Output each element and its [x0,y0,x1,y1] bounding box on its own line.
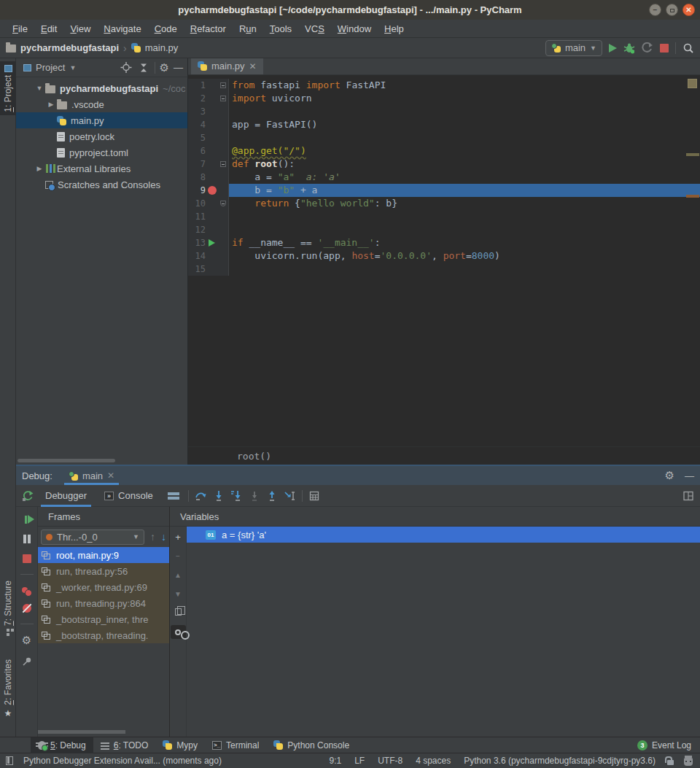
view-breakpoints-button[interactable] [22,587,28,593]
editor-gutter[interactable]: 7 [188,158,229,171]
menu-item-vcs[interactable]: VCS [298,20,331,38]
fold-marker[interactable] [219,158,228,171]
fold-marker[interactable] [219,197,228,210]
editor-gutter[interactable]: 15 [188,263,229,276]
editor-gutter[interactable]: 1 [188,79,229,92]
menu-item-tools[interactable]: Tools [263,20,298,38]
status-item-1[interactable]: LF [354,756,365,766]
breakpoint-icon[interactable] [206,184,219,197]
inspection-indicator[interactable] [688,79,697,88]
step-over-icon[interactable] [195,490,207,502]
debug-settings-icon[interactable]: ⚙ [22,635,31,645]
tool-stripe-project[interactable]: 1: Project [0,61,16,115]
menu-item-edit[interactable]: Edit [34,20,63,38]
event-log-button[interactable]: 3Event Log [637,740,691,750]
menu-item-refactor[interactable]: Refactor [184,20,233,38]
tree-item--vscode[interactable]: ▶.vscode [16,96,187,112]
breadcrumb-file[interactable]: main.py [145,42,179,53]
tool-stripe-favorites[interactable]: 2: Favorites ★ [0,656,16,721]
step-out-icon[interactable] [266,490,278,502]
add-watch-button[interactable]: + [175,532,181,542]
menu-item-code[interactable]: Code [148,20,184,38]
remove-watch-button[interactable]: − [176,551,180,561]
horizontal-scrollbar[interactable] [18,459,115,462]
close-icon[interactable]: ✕ [249,61,257,71]
editor-gutter[interactable]: 11 [188,210,229,223]
hector-inspector-icon[interactable] [684,758,693,766]
tree-item-external-libraries[interactable]: ▶External Libraries [16,160,187,177]
code-line[interactable]: 13if __name__ == '__main__': [188,236,700,249]
gear-icon[interactable]: ⚙ [665,470,674,481]
code-area[interactable]: 1from fastapi import FastAPI2import uvic… [188,75,700,446]
move-up-button[interactable]: ▲ [174,570,182,580]
next-frame-button[interactable]: ↓ [161,531,166,543]
editor-gutter[interactable]: 9 [188,184,229,197]
run-gutter-icon[interactable] [206,236,219,249]
editor-gutter[interactable]: 4 [188,118,229,131]
tree-item-scratches-and-consoles[interactable]: Scratches and Consoles [16,177,187,193]
layout-options-icon[interactable] [168,492,179,495]
show-watches-toggle[interactable] [171,625,186,639]
maximize-button[interactable] [666,4,678,16]
fold-marker[interactable] [219,79,228,92]
editor-gutter[interactable]: 13 [188,236,229,249]
stop-button[interactable] [23,554,31,563]
editor-gutter[interactable]: 8 [188,171,229,184]
editor-gutter[interactable]: 6 [188,144,229,158]
frame-row[interactable]: _worker, thread.py:69 [38,579,169,595]
status-item-3[interactable]: 4 spaces [416,756,451,766]
menu-item-run[interactable]: Run [233,20,263,38]
menu-item-help[interactable]: Help [378,20,411,38]
evaluate-expression-icon[interactable] [308,490,320,502]
mute-breakpoints-button[interactable] [23,604,31,613]
frame-row[interactable]: run, threading.py:864 [38,595,169,611]
lock-icon[interactable] [667,760,674,765]
code-line[interactable]: 6@app.get("/") [188,144,700,158]
toolwindow-switcher-icon[interactable] [6,756,13,765]
frame-row[interactable]: _bootstrap, threading. [38,627,169,643]
code-line[interactable]: 1from fastapi import FastAPI [188,79,700,92]
frame-row[interactable]: run, thread.py:56 [38,563,169,579]
breadcrumb-project[interactable]: pycharmdebugfastapi [20,42,119,53]
close-button[interactable]: ✕ [682,4,695,16]
code-line[interactable]: 7def root(): [188,158,700,171]
code-line[interactable]: 15 [188,263,700,276]
variable-row[interactable]: 01a = {str} 'a' [187,527,700,543]
tool-stripe-structure[interactable]: 7: Structure [0,578,16,635]
rerun-icon[interactable] [22,490,34,502]
debug-session-tab[interactable]: main ✕ [64,466,119,485]
tree-item-poetry-lock[interactable]: poetry.lock [16,128,187,144]
code-line[interactable]: 5 [188,131,700,144]
chevron-right-icon[interactable]: ▶ [45,101,57,108]
code-line[interactable]: 14 uvicorn.run(app, host='0.0.0.0', port… [188,249,700,263]
breadcrumb-context[interactable]: root() [237,451,271,462]
duplicate-watch-button[interactable] [175,608,182,616]
tree-item-main-py[interactable]: main.py [16,112,187,128]
run-configuration-select[interactable]: main ▼ [545,40,602,56]
menu-item-navigate[interactable]: Navigate [97,20,147,38]
tree-item-pyproject-toml[interactable]: pyproject.toml [16,144,187,160]
editor-tab-mainpy[interactable]: main.py ✕ [191,58,263,74]
editor-gutter[interactable]: 12 [188,223,229,236]
minimize-button[interactable]: − [649,4,661,16]
error-stripe-mark[interactable] [686,195,699,198]
project-panel-title[interactable]: Project [36,62,65,73]
frame-row[interactable]: _bootstrap_inner, thre [38,611,169,627]
coverage-icon[interactable] [642,42,653,54]
code-line[interactable]: 2import uvicorn [188,92,700,105]
editor-gutter[interactable]: 5 [188,131,229,144]
move-down-button[interactable]: ▼ [174,589,182,599]
menu-item-window[interactable]: Window [331,20,378,38]
gear-icon[interactable]: ⚙ [160,63,169,73]
code-line[interactable]: 9 b = "b" + a [188,184,700,197]
run-button[interactable] [609,44,617,53]
toolwindow-button-6-todo[interactable]: 6: TODO [93,737,156,753]
resume-program-button[interactable] [25,516,27,524]
tree-item-pycharmdebugfastapi[interactable]: ▼pycharmdebugfastapi~/coc [16,80,187,96]
chevron-right-icon[interactable]: ▶ [34,165,45,172]
menu-item-view[interactable]: View [63,20,97,38]
close-icon[interactable]: ✕ [107,470,114,481]
code-line[interactable]: 3 [188,105,700,118]
stop-button[interactable] [660,44,669,53]
status-item-2[interactable]: UTF-8 [378,756,402,766]
